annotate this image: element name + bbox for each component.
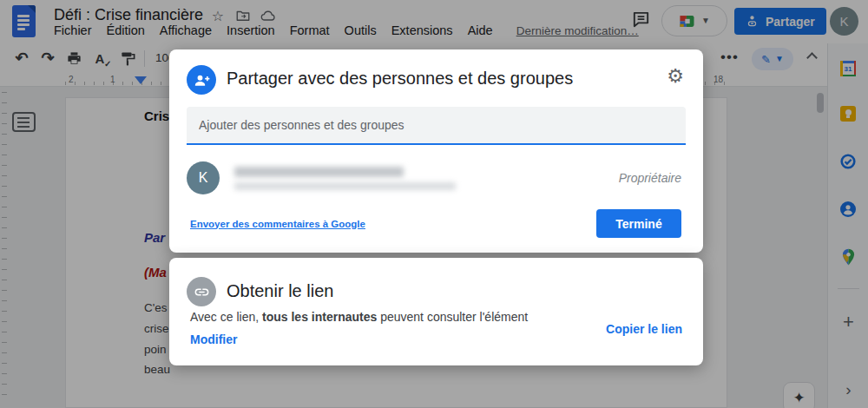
owner-name-blurred [234,167,404,177]
get-link-dialog-title: Obtenir le lien [227,281,333,301]
owner-avatar: K [187,161,220,194]
done-button[interactable]: Terminé [596,209,681,238]
google-docs-window: Défi : Crise financière ☆ Fichier Éditio… [0,0,868,408]
copy-link-button[interactable]: Copier le lien [606,322,682,336]
share-dialog-title: Partager avec des personnes et des group… [227,69,573,89]
share-dialog-footer: Envoyer des commentaires à Google Termin… [190,209,681,238]
share-settings-gear-icon[interactable]: ⚙ [667,67,684,86]
owner-email-blurred [234,182,456,190]
modify-link[interactable]: Modifier [190,332,237,346]
link-icon [187,277,216,306]
owner-role-label: Propriétaire [619,171,681,185]
share-dialog: Partager avec des personnes et des group… [169,49,703,253]
owner-identity-redacted [234,167,456,190]
owner-row: K Propriétaire [187,161,686,195]
link-permission-description: Avec ce lien, tous les internautes peuve… [190,310,528,324]
send-feedback-link[interactable]: Envoyer des commentaires à Google [190,219,365,229]
get-link-dialog: Obtenir le lien Avec ce lien, tous les i… [169,258,703,365]
add-people-input[interactable] [187,107,686,145]
person-add-icon [187,65,216,95]
